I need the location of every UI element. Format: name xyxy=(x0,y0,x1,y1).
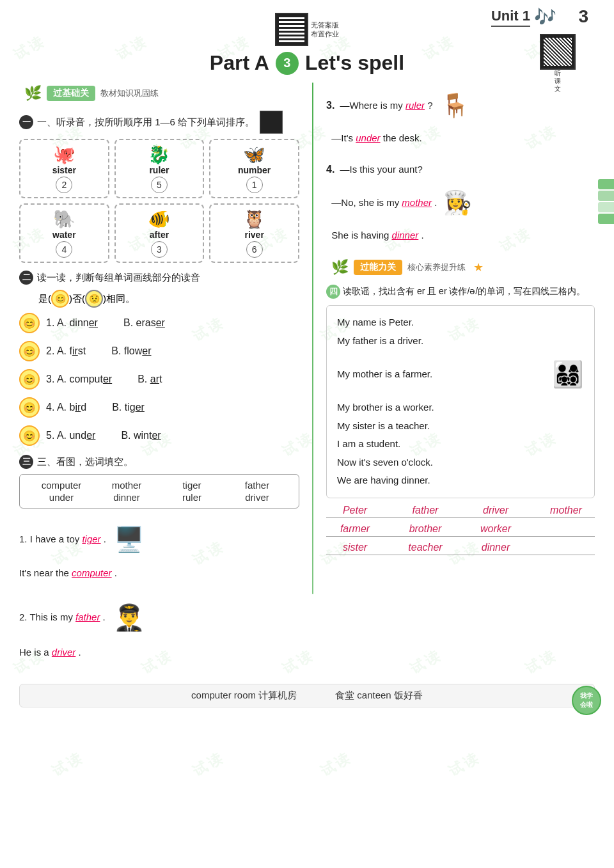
face-4: 😊 xyxy=(19,397,40,418)
basic-section-header: 🌿 过基础关 教材知识巩固练 xyxy=(19,83,299,104)
task2-block: 二 读一读，判断每组单词画线部分的读音 是(😊)否(😟)相同。 😊 1. A. … xyxy=(19,271,299,446)
word-card-after: 🐠 after 3 xyxy=(114,203,205,263)
star-icon: ★ xyxy=(473,260,484,274)
wc-dinner: dinner xyxy=(95,492,158,503)
ri3-q2: —It's under the desk. xyxy=(326,132,422,143)
river-num: 6 xyxy=(246,241,263,258)
poem-line-5: My sister is a teacher. xyxy=(337,417,584,436)
page: 无答案版 布置作业 Unit 1 🎶 3 Part A 3 Let's spel… xyxy=(0,0,614,720)
after-word: after xyxy=(150,230,169,240)
pronun-5a: 5. A. under xyxy=(46,430,95,441)
poem-line-1: My name is Peter. xyxy=(337,313,584,332)
word-card-river: 🦉 river 6 xyxy=(209,203,299,263)
right-column: 3. —Where is my ruler ? 🪑 —It's under th… xyxy=(326,83,595,560)
ruler-word: ruler xyxy=(149,165,169,175)
ri4-q2: —No, she is my mother . xyxy=(326,193,437,212)
part-title-row: Part A 3 Let's spell 听课文 xyxy=(19,51,595,75)
poem-line-6: I am a student. xyxy=(337,435,584,454)
side-tab-2[interactable]: 回扫 xyxy=(598,191,614,201)
task3-num: 三 xyxy=(19,455,33,469)
pronun-item-4: 😊 4. A. bird B. tiger xyxy=(19,397,299,418)
after-emoji: 🐠 xyxy=(118,209,201,230)
task3-sentence-2: 2. This is my father . 👨‍✈️ He is a driv… xyxy=(19,592,299,662)
water-emoji: 🐘 xyxy=(23,209,106,230)
s2-blank1: father xyxy=(75,612,100,622)
writing-row-2: farmer brother worker xyxy=(326,523,595,537)
writing-word-dinner: dinner xyxy=(467,542,524,553)
qr-right-label: 听课文 xyxy=(555,70,561,93)
task1-title: 一 一、听录音，按所听顺序用 1—6 给下列单词排序。 xyxy=(19,111,299,134)
number-word: number xyxy=(238,165,271,175)
ri4-q1: 4. —Is this your aunt? xyxy=(326,164,423,175)
writing-word-blank-1 xyxy=(537,523,595,535)
bottom-item1: computer room 计算机房 xyxy=(191,690,297,702)
writing-word-driver: driver xyxy=(467,505,524,516)
task1-text: 一、听录音，按所听顺序用 1—6 给下列单词排序。 xyxy=(37,116,255,129)
word-card-water: 🐘 water 4 xyxy=(19,203,109,263)
s2-q1-text: 2. This is my father . xyxy=(19,608,106,627)
side-tab-4[interactable]: 反扫 xyxy=(598,214,614,224)
s2-q2-text: He is a driver . xyxy=(19,647,81,658)
task3-sentence-1: 1. I have a toy tiger . 🖥️ It's near the… xyxy=(19,515,299,583)
after-num: 3 xyxy=(151,241,168,258)
qr-code-image xyxy=(279,17,304,42)
pronun-item-1: 😊 1. A. dinner B. eraser xyxy=(19,313,299,333)
task3-word-box: computer mother tiger father under dinne… xyxy=(19,474,299,509)
writing-section: Peter father driver mother farmer brothe… xyxy=(326,505,595,555)
writing-word-farmer: farmer xyxy=(326,523,384,535)
task2-num: 二 xyxy=(19,271,33,285)
task1-num: 一 xyxy=(19,115,33,129)
water-num: 4 xyxy=(56,241,72,258)
word-card-number: 🦋 number 1 xyxy=(209,139,299,198)
word-card-sister: 🐙 sister 2 xyxy=(19,139,109,198)
poem-line-8: We are having dinner. xyxy=(337,471,584,490)
pronun-item-3: 😊 3. A. computer B. art xyxy=(19,369,299,390)
header-center: 无答案版 布置作业 xyxy=(275,13,339,46)
task2-subtitle: 是(😊)否(😟)相同。 xyxy=(38,290,299,308)
pronun-4b: B. tiger xyxy=(112,402,145,413)
driver-illustration: 👨‍✈️ xyxy=(113,592,145,643)
writing-word-peter: Peter xyxy=(326,505,384,516)
s1-q1-text: 1. I have a toy tiger . xyxy=(19,530,106,549)
task4-text: 读歌谣，找出含有 er 且 er 读作/ə/的单词，写在四线三格内。 xyxy=(343,286,585,297)
wc-computer: computer xyxy=(30,480,93,491)
task2-title: 二 读一读，判断每组单词画线部分的读音 xyxy=(19,271,299,285)
writing-word-sister: sister xyxy=(326,542,384,553)
pronun-item-2: 😊 2. A. first B. flower xyxy=(19,341,299,361)
task1-qr[interactable] xyxy=(260,111,283,134)
pronun-3a: 3. A. computer xyxy=(46,374,112,385)
pronun-1b: B. eraser xyxy=(123,317,165,329)
writing-row-1: Peter father driver mother xyxy=(326,505,595,518)
computer-illustration: 🖥️ xyxy=(114,515,144,564)
part-title: Let's spell xyxy=(305,51,404,75)
qr-labels: 无答案版 布置作业 xyxy=(311,20,339,39)
qr-right-area: 听课文 xyxy=(540,34,576,93)
side-tab-3[interactable]: 后学 xyxy=(598,202,614,212)
writing-word-father: father xyxy=(397,505,454,516)
sister-num: 2 xyxy=(56,177,72,193)
ri4-q3: She is having dinner . xyxy=(326,230,424,241)
task3-block: 三 三、看图，选词填空。 computer mother tiger fathe… xyxy=(19,455,299,662)
qr-code-box[interactable] xyxy=(275,13,308,46)
pronun-4a: 4. A. bird xyxy=(46,402,86,413)
page-number: 3 xyxy=(578,6,588,27)
pronun-2a: 2. A. first xyxy=(46,345,86,357)
bottom-item2: 食堂 canteen 饭好香 xyxy=(335,690,423,702)
task2-text: 读一读，判断每组单词画线部分的读音 xyxy=(37,272,200,284)
qr-right-code[interactable] xyxy=(540,34,576,70)
basic-sub: 教材知识巩固练 xyxy=(100,88,159,99)
s1-q2-text: It's near the computer . xyxy=(19,567,117,578)
side-tabs: 学 回扫 后学 反扫 xyxy=(598,179,614,224)
task1-block: 一 一、听录音，按所听顺序用 1—6 给下列单词排序。 🐙 sister 2 🐉… xyxy=(19,111,299,263)
water-word: water xyxy=(52,230,76,240)
ruler-emoji: 🐉 xyxy=(118,144,201,165)
header: 无答案版 布置作业 Unit 1 🎶 3 xyxy=(19,6,595,46)
ability-label: 过能力关 xyxy=(354,260,402,275)
wc-ruler: ruler xyxy=(161,492,223,503)
section-icon-ability: 🌿 xyxy=(331,259,349,276)
ruler-num: 5 xyxy=(151,177,168,193)
bottom-bar: computer room 计算机房 食堂 canteen 饭好香 我学 会啦 xyxy=(19,684,595,707)
river-word: river xyxy=(244,230,264,240)
side-tab-1[interactable]: 学 xyxy=(598,179,614,189)
face-2: 😊 xyxy=(19,341,40,361)
